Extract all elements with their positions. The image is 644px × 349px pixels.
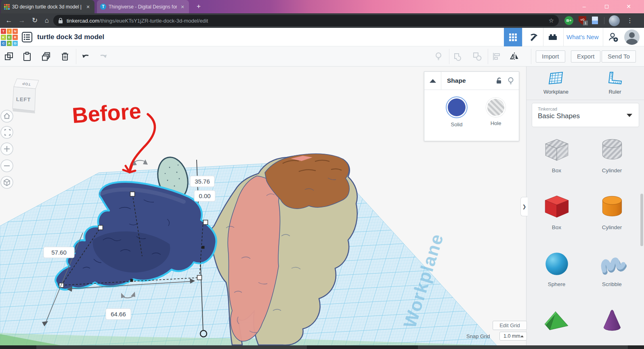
back-icon[interactable]: ←	[3, 13, 15, 28]
lock-icon	[58, 18, 63, 24]
send-to-button[interactable]: Send To	[602, 50, 636, 63]
ungroup-icon[interactable]	[472, 52, 482, 61]
browser-profile-avatar[interactable]	[609, 15, 620, 26]
forward-icon[interactable]: →	[16, 13, 27, 28]
shape-item-roof[interactable]	[529, 306, 584, 349]
undo-icon[interactable]	[81, 52, 90, 61]
tab-thingiverse[interactable]: T Thingiverse - Digital Designs for ✕	[97, 0, 189, 13]
solid-swatch[interactable]	[446, 96, 468, 118]
divider	[543, 28, 543, 46]
ruler-icon	[607, 71, 623, 85]
minimize-button[interactable]: –	[578, 2, 590, 11]
solid-option[interactable]: Solid	[443, 96, 471, 127]
browser-menu-icon[interactable]: ⋮	[625, 13, 635, 28]
main-area: Workplane	[0, 67, 644, 349]
extension-b-icon[interactable]: B+	[564, 16, 573, 25]
restore-button[interactable]	[600, 2, 613, 11]
fit-view-button[interactable]	[1, 126, 13, 138]
windows-taskbar-edge	[0, 345, 644, 349]
home-view-button[interactable]	[1, 110, 13, 122]
home-icon[interactable]: ⌂	[41, 13, 52, 28]
url-text: tinkercad.com/things/eueKTsY1jZR-turtle-…	[67, 18, 549, 24]
reload-icon[interactable]: ↻	[29, 13, 40, 28]
url-field[interactable]: tinkercad.com/things/eueKTsY1jZR-turtle-…	[53, 15, 559, 26]
shape-gallery: Box Cylinder Box	[527, 135, 640, 349]
workplane-label: Workplane	[527, 89, 585, 95]
new-tab-button[interactable]: +	[195, 2, 203, 10]
sidebar-scrollbar[interactable]	[640, 194, 643, 246]
dim-elevation-label[interactable]: 0.00	[194, 190, 215, 201]
caret-up-icon	[520, 335, 524, 337]
tinkercad-logo[interactable]: TIN KER CAD	[1, 29, 18, 46]
whats-new-link[interactable]: What's New	[566, 28, 599, 46]
shape-item-hole-box[interactable]: Box	[529, 135, 584, 181]
dim-width-label[interactable]: 57.60	[44, 247, 74, 258]
svg-text:35.76: 35.76	[195, 178, 210, 185]
light-bulb-icon[interactable]	[508, 77, 514, 84]
tab-close-icon[interactable]: ✕	[85, 4, 91, 10]
align-icon[interactable]	[492, 52, 501, 61]
shape-item-scribble[interactable]: Scribble	[584, 249, 640, 295]
divider	[76, 49, 76, 64]
ruler-tool[interactable]: Ruler	[585, 71, 644, 95]
light-bulb-icon[interactable]	[434, 52, 443, 61]
workplane-icon	[548, 71, 564, 85]
zoom-out-button[interactable]	[1, 160, 13, 172]
hole-swatch[interactable]	[486, 98, 506, 117]
shape-item-box[interactable]: Box	[529, 192, 584, 238]
tab-title: 3D design turtle dock 3d model |	[12, 4, 82, 10]
dim-depth-label[interactable]: 64.66	[106, 309, 131, 320]
design-properties-icon[interactable]	[22, 32, 32, 42]
view-cube[interactable]: TOP LEFT	[13, 79, 39, 113]
dim-height-label[interactable]: 35.76	[190, 176, 214, 187]
shape-inspector-panel: Shape Solid	[424, 71, 519, 141]
mirror-icon[interactable]	[510, 52, 519, 61]
document-extension-icon[interactable]	[592, 17, 598, 24]
export-button[interactable]: Export	[571, 50, 600, 63]
sidebar-collapse-button[interactable]: ❯	[520, 197, 528, 216]
taskbar-segment	[36, 345, 307, 349]
design-title[interactable]: turtle dock 3d model	[37, 28, 104, 46]
add-user-icon[interactable]	[608, 32, 619, 42]
tab-close-icon[interactable]: ✕	[179, 4, 186, 10]
dashboard-grid-button[interactable]	[504, 28, 522, 46]
edit-grid-button[interactable]: Edit Grid	[493, 321, 527, 330]
library-brand: Tinkercad	[538, 107, 633, 111]
grid-icon	[509, 33, 517, 41]
redo-icon[interactable]	[99, 52, 108, 61]
minecraft-pickaxe-icon[interactable]	[528, 32, 539, 42]
zoom-in-button[interactable]	[1, 143, 13, 155]
bookmark-star-icon[interactable]: ☆	[549, 17, 554, 24]
tab-tinkercad-design[interactable]: 3D design turtle dock 3d model | ✕	[1, 0, 94, 13]
divider	[488, 49, 488, 64]
shape-item-cone[interactable]	[584, 306, 640, 349]
svg-text:57.60: 57.60	[51, 249, 67, 256]
delete-icon[interactable]	[60, 52, 70, 61]
snap-grid-label: Snap Grid	[466, 333, 490, 339]
duplicate-icon[interactable]	[41, 52, 51, 61]
view-cube-front-label: LEFT	[16, 96, 31, 102]
group-icon[interactable]	[453, 52, 463, 61]
library-name: Basic Shapes	[538, 112, 633, 120]
copy-icon[interactable]	[4, 52, 14, 61]
workplane-tool[interactable]: Workplane	[527, 71, 585, 95]
paste-icon[interactable]	[22, 52, 32, 61]
panel-collapse-button[interactable]	[424, 72, 441, 90]
unlock-icon[interactable]	[495, 77, 503, 84]
snap-grid-select[interactable]: 1.0 mm	[499, 332, 527, 341]
edit-toolbar: Import Export Send To	[0, 46, 644, 67]
tinkercad-header: TIN KER CAD turtle dock 3d model	[0, 28, 644, 46]
chevron-down-icon	[627, 114, 632, 117]
shape-item-cylinder[interactable]: Cylinder	[584, 192, 640, 238]
hole-option[interactable]: Hole	[482, 96, 510, 126]
close-window-button[interactable]: ✕	[623, 2, 635, 11]
shape-item-sphere[interactable]: Sphere	[529, 249, 584, 295]
shape-item-hole-cylinder[interactable]: Cylinder	[584, 135, 640, 181]
brick-icon[interactable]	[548, 32, 558, 42]
perspective-toggle-button[interactable]	[1, 176, 13, 188]
account-avatar[interactable]	[624, 29, 640, 45]
import-button[interactable]: Import	[536, 50, 565, 63]
divider	[527, 100, 644, 100]
ruler-label: Ruler	[585, 89, 644, 95]
shape-library-select[interactable]: Tinkercad Basic Shapes	[532, 103, 639, 127]
